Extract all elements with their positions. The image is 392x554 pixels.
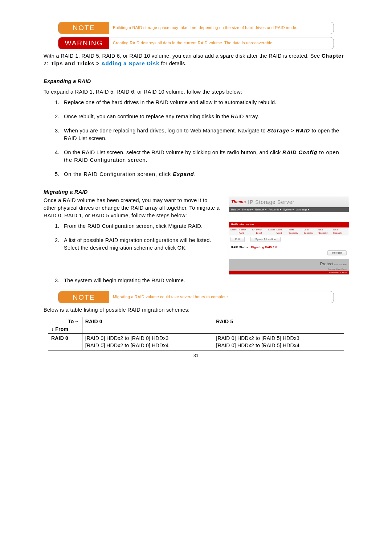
- s3d: RAID: [296, 128, 310, 134]
- ss-title: IP Storage Server: [248, 198, 294, 206]
- note-label-2: NOTE: [58, 291, 109, 303]
- page-number: 31: [44, 353, 348, 359]
- from-label: ↓ From: [51, 325, 79, 333]
- ss-columns: Select Master RAID ID RAID Level Status …: [229, 227, 349, 235]
- s5c: .: [194, 171, 196, 177]
- ss-panel-title: RAID Information: [229, 222, 349, 227]
- s3c: >: [289, 128, 295, 134]
- ss-edit-button[interactable]: Edit: [230, 237, 245, 242]
- ss-protect-sub1: Your Source: [334, 263, 347, 266]
- ss-slogan: ProtectYour Source Secure Your Data: [320, 261, 347, 271]
- ss-space-button[interactable]: Space Allocation: [250, 237, 281, 242]
- col-usb: USB Capacity: [318, 228, 331, 234]
- intro-post: for details.: [159, 61, 187, 66]
- col-select: Select: [230, 228, 237, 234]
- raid-status-screenshot: Thecus IP Storage Server Status Storage …: [229, 197, 349, 275]
- migrating-raid-steps: From the RAID Configuration screen, clic…: [44, 222, 221, 252]
- intro-paragraph: With a RAID 1, RAID 5, RAID 6, or RAID 1…: [44, 52, 348, 67]
- row-raid0: RAID 0: [48, 333, 82, 350]
- col-raid5: RAID 5: [213, 317, 344, 334]
- expanding-raid-steps: Replace one of the hard drives in the RA…: [44, 99, 348, 178]
- migrate-step-3: The system will begin migrating the RAID…: [61, 277, 348, 284]
- expanding-raid-lead: To expand a RAID 1, RAID 5, RAID 6, or R…: [44, 88, 348, 96]
- migrate-step-1: From the RAID Configuration screen, clic…: [61, 222, 221, 230]
- ss-protect-sub2: Secure Your Data: [328, 268, 347, 270]
- ss-refresh-button[interactable]: Refresh: [327, 250, 347, 255]
- s3b: Storage: [267, 128, 289, 134]
- r1c2a: [RAID 0] HDDx2 to [RAID 5] HDDx3: [216, 335, 341, 342]
- expand-step-1: Replace one of the hard drives in the RA…: [61, 99, 348, 106]
- r1c2b: [RAID 0] HDDx2 to [RAID 5] HDDx4: [216, 342, 341, 349]
- ss-nav: Status Storage Network Accounts System L…: [229, 207, 349, 212]
- migrating-raid-heading: Migrating a RAID: [44, 188, 348, 196]
- adding-spare-disk-link[interactable]: Adding a Spare Disk: [101, 61, 159, 66]
- warning-body: Creating RAID destroys all data in the c…: [109, 37, 277, 49]
- ss-nav-network[interactable]: Network: [255, 208, 266, 212]
- migrating-raid-steps-cont: The system will begin migrating the RAID…: [44, 277, 348, 284]
- col-data: Data Capacity: [303, 228, 317, 234]
- ss-nav-storage[interactable]: Storage: [242, 208, 253, 212]
- ss-nav-language[interactable]: Language: [296, 208, 309, 212]
- s5a: On the RAID Configuration screen, click: [64, 171, 173, 177]
- migration-table-intro: Below is a table listing of possible RAI…: [44, 306, 348, 314]
- col-status: Status: [268, 228, 275, 234]
- note-callout-1: NOTE Building a RAID storage space may t…: [58, 22, 334, 34]
- expand-step-5: On the RAID Configuration screen, click …: [61, 171, 348, 178]
- migrating-raid-lead: Once a RAID volume has been created, you…: [44, 197, 221, 219]
- ss-footer-url: www.thecus.com: [229, 271, 349, 275]
- note-body-2: Migrating a RAID volume could take sever…: [109, 291, 231, 303]
- migrate-step-2: A list of possible RAID migration config…: [61, 237, 221, 252]
- ss-nav-status[interactable]: Status: [230, 208, 240, 212]
- cell-r0-to-r5: [RAID 0] HDDx2 to [RAID 5] HDDx3 [RAID 0…: [213, 333, 344, 350]
- s4a: On the RAID List screen, select the RAID…: [64, 149, 282, 155]
- intro-pre: With a RAID 1, RAID 5, RAID 6, or RAID 1…: [44, 53, 322, 59]
- r1c1b: [RAID 0] HDDx2 to [RAID 0] HDDx4: [85, 342, 210, 349]
- col-level: RAID Level: [256, 228, 267, 234]
- expand-step-3: When you are done replacing hard drives,…: [61, 127, 348, 142]
- s3a: When you are done replacing hard drives,…: [64, 128, 267, 134]
- table-corner: To→ ↓ From: [48, 317, 82, 334]
- cell-r0-to-r0: [RAID 0] HDDx2 to [RAID 0] HDDx3 [RAID 0…: [82, 333, 213, 350]
- r1c1a: [RAID 0] HDDx2 to [RAID 0] HDDx3: [85, 335, 210, 342]
- expand-step-4: On the RAID List screen, select the RAID…: [61, 149, 348, 164]
- expand-step-2: Once rebuilt, you can continue to replac…: [61, 113, 348, 120]
- migration-schemes-table: To→ ↓ From RAID 0 RAID 5 RAID 0 [RAID 0]…: [48, 317, 344, 350]
- ss-raid-status: RAID Status : Migrating RAID 1%: [229, 243, 349, 250]
- ss-protect-word: Protect: [320, 262, 334, 266]
- col-iscsi: iSCSI Capacity: [333, 228, 347, 234]
- col-disks: Disks Used: [277, 228, 287, 234]
- note-label: NOTE: [58, 22, 109, 34]
- s4b: RAID Config: [282, 149, 317, 155]
- warning-callout: WARNING Creating RAID destroys all data …: [58, 37, 334, 49]
- ss-nav-system[interactable]: System: [283, 208, 294, 212]
- ss-logo: Thecus: [231, 199, 246, 205]
- col-id: ID: [252, 228, 255, 234]
- col-raid0: RAID 0: [82, 317, 213, 334]
- note-callout-2: NOTE Migrating a RAID volume could take …: [58, 291, 334, 303]
- expanding-raid-heading: Expanding a RAID: [44, 78, 348, 85]
- note-body: Building a RAID storage space may take t…: [109, 22, 301, 34]
- col-master: Master RAID: [238, 228, 250, 234]
- to-label: To→: [51, 318, 79, 325]
- col-total: Total Capacity: [289, 228, 302, 234]
- ss-status-value: Migrating RAID 1%: [251, 246, 277, 249]
- s5b: Expand: [173, 171, 194, 177]
- warning-label: WARNING: [58, 37, 109, 49]
- ss-status-label: RAID Status :: [231, 246, 250, 249]
- ss-nav-accounts[interactable]: Accounts: [269, 208, 281, 212]
